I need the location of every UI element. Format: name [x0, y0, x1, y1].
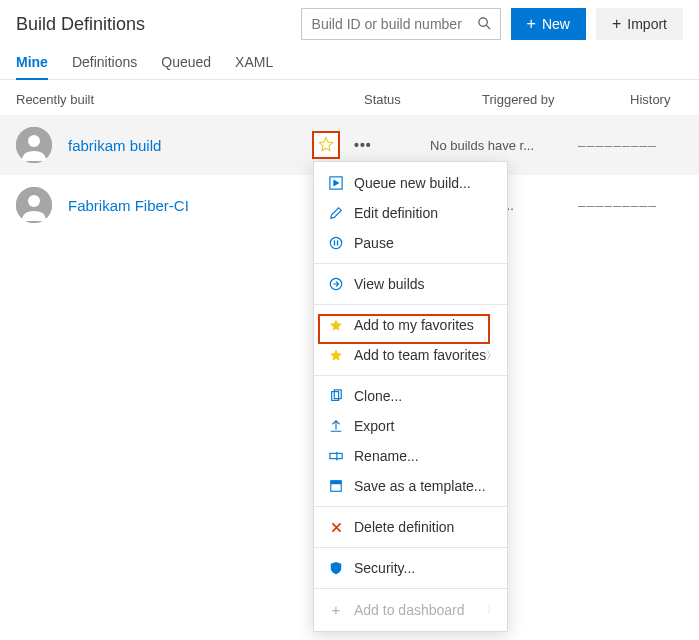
svg-rect-8	[334, 240, 335, 245]
toolbar: Build Definitions + New + Import	[0, 4, 699, 48]
rename-icon	[328, 449, 344, 463]
menu-label: Security...	[354, 560, 415, 576]
menu-clone[interactable]: Clone...	[314, 381, 507, 411]
search-icon[interactable]	[477, 16, 492, 34]
col-triggered: Triggered by	[482, 92, 630, 107]
menu-label: Add to my favorites	[354, 317, 474, 333]
menu-separator	[314, 375, 507, 376]
menu-delete-definition[interactable]: Delete definition	[314, 512, 507, 542]
menu-separator	[314, 506, 507, 507]
chevron-right-icon: 〉	[486, 602, 497, 617]
plus-icon: +	[612, 16, 621, 32]
menu-label: Clone...	[354, 388, 402, 404]
definition-link[interactable]: Fabrikam Fiber-CI	[68, 197, 189, 214]
new-button-label: New	[542, 16, 570, 32]
definition-link[interactable]: fabrikam build	[68, 137, 161, 154]
tab-queued[interactable]: Queued	[161, 48, 211, 80]
menu-label: Add to team favorites	[354, 347, 486, 363]
delete-icon	[328, 521, 344, 534]
svg-rect-13	[330, 453, 342, 458]
avatar	[16, 127, 52, 163]
svg-point-3	[28, 135, 40, 147]
menu-separator	[314, 304, 507, 305]
menu-export[interactable]: Export	[314, 411, 507, 441]
plus-icon: +	[328, 601, 344, 618]
tab-bar: Mine Definitions Queued XAML	[0, 48, 699, 80]
column-headers: Recently built Status Triggered by Histo…	[0, 80, 699, 115]
svg-line-1	[486, 25, 490, 29]
menu-label: Delete definition	[354, 519, 454, 535]
col-status: Status	[364, 92, 482, 107]
menu-add-team-favorites[interactable]: Add to team favorites 〉	[314, 340, 507, 370]
new-button[interactable]: + New	[511, 8, 586, 40]
menu-save-template[interactable]: Save as a template...	[314, 471, 507, 501]
menu-separator	[314, 547, 507, 548]
shield-icon	[328, 561, 344, 575]
menu-pause[interactable]: Pause	[314, 228, 507, 258]
copy-icon	[328, 389, 344, 403]
menu-rename[interactable]: Rename...	[314, 441, 507, 471]
menu-label: Save as a template...	[354, 478, 486, 494]
svg-point-7	[330, 237, 341, 248]
tab-definitions[interactable]: Definitions	[72, 48, 137, 80]
plus-icon: +	[527, 16, 536, 32]
menu-separator	[314, 588, 507, 589]
chevron-right-icon: 〉	[486, 348, 497, 363]
menu-label: View builds	[354, 276, 425, 292]
menu-view-builds[interactable]: View builds	[314, 269, 507, 299]
col-history: History	[630, 92, 683, 107]
favorite-toggle[interactable]	[312, 131, 340, 159]
menu-label: Export	[354, 418, 394, 434]
col-name: Recently built	[16, 92, 364, 107]
menu-edit-definition[interactable]: Edit definition	[314, 198, 507, 228]
export-icon	[328, 419, 344, 433]
menu-label: Pause	[354, 235, 394, 251]
pause-icon	[328, 236, 344, 250]
menu-security[interactable]: Security...	[314, 553, 507, 583]
arrow-right-icon	[328, 277, 344, 291]
svg-rect-9	[337, 240, 338, 245]
tab-mine[interactable]: Mine	[16, 48, 48, 80]
menu-queue-build[interactable]: Queue new build...	[314, 168, 507, 198]
star-icon	[328, 318, 344, 332]
import-button-label: Import	[627, 16, 667, 32]
menu-label: Edit definition	[354, 205, 438, 221]
menu-label: Queue new build...	[354, 175, 471, 191]
star-outline-icon	[318, 136, 334, 155]
menu-add-my-favorites[interactable]: Add to my favorites	[314, 310, 507, 340]
pencil-icon	[328, 206, 344, 220]
menu-label: Add to dashboard	[354, 602, 465, 618]
import-button[interactable]: + Import	[596, 8, 683, 40]
svg-rect-16	[331, 481, 342, 485]
svg-point-5	[28, 195, 40, 207]
menu-add-dashboard: + Add to dashboard 〉	[314, 594, 507, 625]
context-menu: Queue new build... Edit definition Pause…	[313, 161, 508, 632]
menu-label: Rename...	[354, 448, 419, 464]
history-sparkline: –––––––––	[578, 137, 683, 153]
queue-icon	[328, 176, 344, 190]
search-box[interactable]	[301, 8, 501, 40]
search-input[interactable]	[312, 16, 470, 32]
template-icon	[328, 479, 344, 493]
star-icon	[328, 348, 344, 362]
tab-xaml[interactable]: XAML	[235, 48, 273, 80]
history-sparkline: –––––––––	[578, 197, 683, 213]
svg-point-0	[478, 18, 486, 26]
triggered-text: No builds have r...	[430, 138, 578, 153]
menu-separator	[314, 263, 507, 264]
more-actions-button[interactable]: •••	[348, 137, 378, 153]
avatar	[16, 187, 52, 223]
page-title: Build Definitions	[16, 14, 145, 35]
